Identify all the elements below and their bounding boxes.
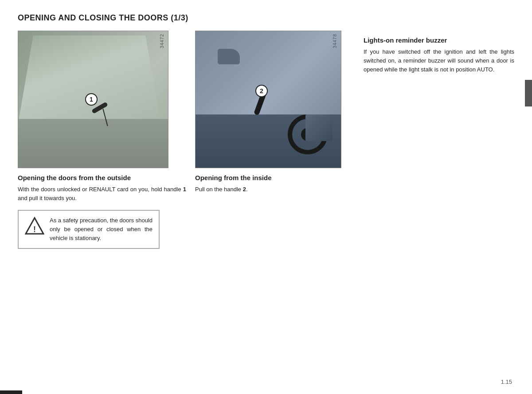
- sidebar-tab: [525, 80, 532, 106]
- car-exterior-illustration: 1: [18, 31, 168, 168]
- car-interior-illustration: 2: [196, 31, 341, 168]
- image-tag-left: 34472: [160, 34, 164, 48]
- mirror-shape: [218, 49, 240, 64]
- lights-reminder-heading: Lights-on reminder buzzer: [364, 36, 514, 45]
- main-content: 1 34472 Opening the doors from the outsi…: [18, 31, 514, 249]
- image-tag-middle: 34478: [332, 34, 337, 48]
- right-column: Lights-on reminder buzzer If you have sw…: [350, 31, 514, 249]
- interior-text-start: Pull on the handle: [195, 186, 243, 193]
- exterior-text-start: With the doors unlocked or RENAULT card …: [18, 186, 183, 193]
- warning-triangle-svg: !: [25, 216, 44, 236]
- car-body-bottom: [18, 119, 168, 168]
- page-title: OPENING AND CLOSING THE DOORS (1/3): [18, 13, 514, 23]
- exterior-section-text: With the doors unlocked or RENAULT card …: [18, 185, 186, 203]
- interior-door-image: 2 34478: [195, 31, 341, 168]
- interior-text-bold: 2: [243, 186, 246, 193]
- exterior-door-image: 1 34472: [18, 31, 168, 168]
- door-handle-exterior: 1: [91, 106, 108, 110]
- warning-triangle-container: !: [25, 216, 44, 236]
- svg-text:!: !: [33, 225, 36, 234]
- warning-icon: !: [25, 216, 44, 236]
- bottom-page-marker: [0, 390, 22, 394]
- exterior-section-heading: Opening the doors from the outside: [18, 173, 186, 182]
- left-column: 1 34472 Opening the doors from the outsi…: [18, 31, 186, 249]
- circle-number-2: 2: [255, 85, 268, 97]
- page-number: 1.15: [501, 378, 512, 385]
- interior-section-heading: Opening from the inside: [195, 173, 350, 182]
- exterior-text-bold: 1: [183, 186, 186, 193]
- middle-column: 2 34478 Opening from the inside Pull on …: [186, 31, 350, 249]
- warning-box: ! As a safety precaution, the doors shou…: [18, 210, 160, 249]
- warning-text: As a safety precaution, the doors should…: [50, 216, 153, 243]
- circle-number-1: 1: [85, 93, 98, 106]
- door-handle-interior: 2: [258, 91, 263, 115]
- interior-controls: [305, 114, 332, 141]
- interior-text-end: .: [246, 186, 248, 193]
- lights-reminder-text: If you have switched off the ignition an…: [364, 47, 514, 74]
- exterior-text-end: and pull it towards you.: [18, 195, 77, 201]
- interior-section-text: Pull on the handle 2.: [195, 185, 350, 194]
- page-container: OPENING AND CLOSING THE DOORS (1/3) 1: [0, 0, 532, 394]
